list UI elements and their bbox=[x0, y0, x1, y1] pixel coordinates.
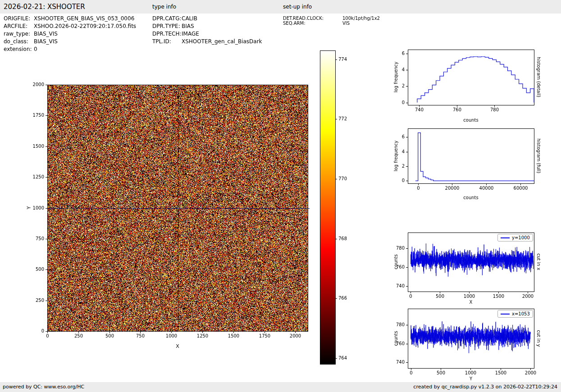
meta-label: DET.READ.CLOCK: bbox=[283, 16, 342, 21]
meta-row-seq-arm: SEQ.ARM:VIS bbox=[283, 21, 380, 26]
meta-value: CALIB bbox=[182, 15, 197, 22]
legend-label-cut-y: x=1053 bbox=[512, 311, 530, 317]
cut-y-ylabel: counts bbox=[393, 331, 398, 346]
legend-cut-x: y=1000 bbox=[497, 234, 533, 242]
legend-line-icon bbox=[501, 314, 510, 315]
meta-label: extension: bbox=[4, 46, 34, 53]
meta-row-doclass: do_class:BIAS_VIS bbox=[4, 38, 136, 46]
meta-value: BIAS_VIS bbox=[34, 31, 58, 37]
meta-value: IMAGE bbox=[182, 31, 199, 37]
meta-row-read-clock: DET.READ.CLOCK:100k/1pt/hg/1x2 bbox=[283, 16, 380, 21]
cut-x-ylabel: counts bbox=[393, 254, 398, 269]
meta-label: ARCFILE: bbox=[4, 23, 34, 30]
meta-value: XSHOO.2026-02-22T09:20:17.050.fits bbox=[34, 23, 136, 29]
hist-detail-ylabel: log frequency bbox=[393, 62, 398, 93]
meta-row-arcfile: ARCFILE:XSHOO.2026-02-22T09:20:17.050.fi… bbox=[4, 23, 136, 30]
meta-row-extension: extension:0 bbox=[4, 46, 136, 53]
meta-label: do_class: bbox=[4, 38, 34, 46]
footer-bar: powered by QC: www.eso.org/HC created by… bbox=[0, 382, 561, 392]
meta-value: BIAS bbox=[182, 23, 194, 29]
meta-label: ORIGFILE: bbox=[4, 15, 34, 23]
meta-row-rawtype: raw_type:BIAS_VIS bbox=[4, 30, 136, 38]
meta-value: XSHOOTER_gen_cal_BiasDark bbox=[182, 38, 262, 45]
hist-detail-xlabel: counts bbox=[463, 118, 478, 123]
meta-row-origfile: ORIGFILE:XSHOOTER_GEN_BIAS_VIS_053_0006 bbox=[4, 15, 136, 23]
cut-x-right-label: cut in x bbox=[536, 253, 541, 270]
meta-label: DPR.CATG: bbox=[152, 15, 182, 23]
meta-value: VIS bbox=[342, 21, 350, 26]
main-xaxis-label: X bbox=[176, 343, 179, 349]
meta-value: BIAS_VIS bbox=[34, 38, 58, 45]
meta-label: TPL.ID: bbox=[152, 38, 182, 46]
file-info-block: ORIGFILE:XSHOOTER_GEN_BIAS_VIS_053_0006 … bbox=[4, 15, 136, 53]
hist-full-xlabel: counts bbox=[463, 195, 478, 200]
footer-powered-by: powered by QC: www.eso.org/HC bbox=[3, 382, 84, 392]
legend-line-icon bbox=[501, 237, 510, 238]
header-bar: 2026-02-21: XSHOOTER type info set-up in… bbox=[0, 0, 561, 14]
meta-label: SEQ.ARM: bbox=[283, 21, 342, 26]
type-info-block: DPR.CATG:CALIB DPR.TYPE:BIAS DPR.TECH:IM… bbox=[152, 15, 262, 46]
hist-detail-right-label: histogram (detail) bbox=[536, 57, 541, 97]
meta-value: 100k/1pt/hg/1x2 bbox=[342, 16, 380, 21]
page-title: 2026-02-21: XSHOOTER bbox=[4, 0, 85, 14]
meta-label: raw_type: bbox=[4, 30, 34, 38]
cut-y-xlabel: Y bbox=[470, 376, 472, 381]
legend-cut-y: x=1053 bbox=[497, 310, 533, 318]
qc-report-page: { "header": { "title": "2026-02-21: XSHO… bbox=[0, 0, 561, 392]
cut-x-xlabel: X bbox=[470, 300, 473, 305]
meta-label: DPR.TYPE: bbox=[152, 23, 182, 30]
setup-info-heading: set-up info bbox=[283, 0, 312, 14]
hist-full-right-label: histogram (full) bbox=[536, 138, 541, 173]
meta-row-tpl-id: TPL.ID:XSHOOTER_gen_cal_BiasDark bbox=[152, 38, 262, 46]
meta-row-dpr-tech: DPR.TECH:IMAGE bbox=[152, 30, 262, 38]
meta-value: XSHOOTER_GEN_BIAS_VIS_053_0006 bbox=[34, 15, 134, 22]
hist-full-ylabel: log frequency bbox=[393, 141, 398, 172]
legend-label-cut-x: y=1000 bbox=[512, 235, 530, 241]
meta-value: 0 bbox=[34, 46, 37, 52]
setup-info-block: DET.READ.CLOCK:100k/1pt/hg/1x2 SEQ.ARM:V… bbox=[283, 16, 380, 26]
meta-label: DPR.TECH: bbox=[152, 30, 182, 38]
main-yaxis-label: Y bbox=[26, 206, 32, 210]
type-info-heading: type info bbox=[152, 0, 176, 14]
meta-row-dpr-type: DPR.TYPE:BIAS bbox=[152, 23, 262, 30]
footer-created-by: created by qc_rawdisp.py v1.2.3 on 2026-… bbox=[413, 382, 557, 392]
meta-row-dpr-catg: DPR.CATG:CALIB bbox=[152, 15, 262, 23]
cut-y-right-label: cut in y bbox=[536, 330, 541, 346]
